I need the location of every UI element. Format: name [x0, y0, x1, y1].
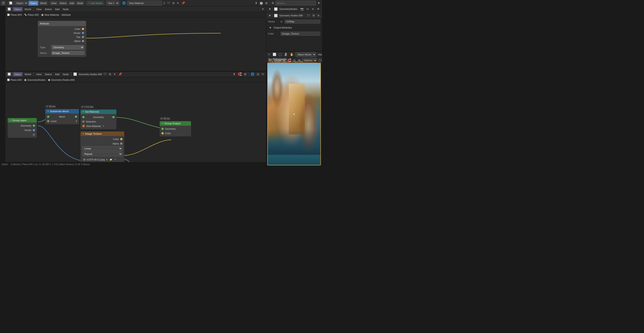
- color-socket[interactable]: [82, 28, 84, 30]
- setmat-sel-socket[interactable]: [82, 121, 84, 123]
- name-input[interactable]: [51, 51, 84, 55]
- setmat-geo-in[interactable]: [82, 116, 84, 118]
- mat-object-btn[interactable]: Object: [13, 7, 23, 12]
- img-folder-btn[interactable]: 📁: [109, 157, 113, 162]
- mat-select-btn[interactable]: Select: [44, 7, 53, 12]
- blender-menu-btn[interactable]: ☰: [1, 1, 6, 6]
- geo-close-panel[interactable]: ✕: [261, 72, 265, 77]
- vec-output-socket[interactable]: [33, 129, 35, 131]
- mat-shield-btn[interactable]: 🛡: [166, 1, 171, 6]
- geo-layout-btn[interactable]: ⊞: [243, 72, 247, 77]
- vp-options-select[interactable]: Options: [302, 58, 317, 63]
- material-node-canvas[interactable]: Attribute Color Vector Fac: [6, 18, 266, 71]
- geo-editor-icon[interactable]: ⬜: [6, 72, 12, 77]
- geo-bc-geonodes006[interactable]: Geometry Nodes.006: [51, 79, 75, 81]
- geo-output-socket[interactable]: [33, 125, 35, 127]
- img-interpolation-select[interactable]: Linear: [82, 146, 122, 151]
- mod-icon[interactable]: ⬜: [273, 7, 278, 12]
- bc-plane002[interactable]: Plane.002: [28, 14, 39, 16]
- vp-object-mode-select[interactable]: Object Mode: [295, 52, 316, 57]
- world-btn[interactable]: World: [39, 1, 48, 6]
- geo-bc-geonodes[interactable]: GeometryNodes: [27, 79, 45, 81]
- geo-node-btn[interactable]: Node: [62, 72, 70, 77]
- mod-expand[interactable]: ▼: [268, 7, 272, 12]
- add-btn[interactable]: Add: [68, 1, 76, 6]
- material-name-input[interactable]: [127, 1, 162, 6]
- mod-close[interactable]: ✕: [311, 7, 315, 12]
- geo-overlay-btn[interactable]: 🌐: [250, 72, 255, 77]
- geo-view-toggle[interactable]: ⊟: [256, 72, 260, 77]
- type-select[interactable]: Geometry: [51, 45, 84, 50]
- mat-close-panel[interactable]: ✕: [261, 7, 265, 12]
- up-arrow-btn[interactable]: ⬆: [254, 1, 258, 6]
- mat-copy-btn[interactable]: ⧉: [172, 1, 175, 6]
- output-attr-expand[interactable]: ▼: [268, 25, 273, 30]
- geo-up-btn[interactable]: ⬆: [232, 72, 236, 77]
- geo-pin-btn[interactable]: 📌: [118, 72, 123, 77]
- mat-close-btn[interactable]: ✕: [176, 1, 180, 6]
- geo-copy-btn[interactable]: ⧉: [108, 72, 112, 77]
- prefs-btn[interactable]: ⚙: [271, 1, 275, 6]
- img-extension-select[interactable]: Repeat: [82, 152, 122, 156]
- layout-btn[interactable]: ⊞: [264, 1, 269, 6]
- img-close-btn[interactable]: ✕: [114, 157, 117, 162]
- vp-lasso-sel[interactable]: 🗿: [283, 52, 288, 57]
- bc-new-mat[interactable]: New Material: [44, 14, 59, 16]
- fac-socket[interactable]: [82, 36, 84, 38]
- mat-view-btn[interactable]: View: [35, 7, 43, 12]
- mat-add-btn[interactable]: Add: [54, 7, 61, 12]
- vp-box-sel[interactable]: ⬜: [272, 52, 277, 57]
- mod-edit[interactable]: ✏: [306, 7, 310, 12]
- vp-grab[interactable]: ✋: [289, 52, 294, 57]
- setmat-geo-out[interactable]: [112, 116, 114, 118]
- vp-circle-sel[interactable]: ◯: [278, 52, 283, 57]
- mat-number-btn[interactable]: 2: [162, 1, 166, 6]
- geo-world-btn[interactable]: World: [23, 72, 32, 77]
- object-btn[interactable]: Object: [28, 1, 38, 6]
- mode-select[interactable]: Object: [14, 1, 28, 6]
- mesh-in-socket[interactable]: [47, 116, 49, 118]
- vp-view-btn[interactable]: View: [316, 52, 322, 57]
- section-divider[interactable]: [6, 71, 266, 72]
- geo-snap-btn[interactable]: 🧲: [237, 72, 242, 77]
- geometry-node-canvas[interactable]: ▼ Group Input Geometry Vector: [6, 83, 266, 162]
- mat-node-btn[interactable]: Node: [62, 7, 70, 12]
- gn-close[interactable]: ✕: [316, 13, 321, 18]
- expand-btn[interactable]: ▼: [316, 1, 321, 6]
- geo-add-btn[interactable]: Add: [54, 72, 61, 77]
- render-btn[interactable]: ⬤: [259, 1, 264, 6]
- mesh-out-socket[interactable]: [75, 116, 77, 118]
- select-btn[interactable]: Select: [58, 1, 68, 6]
- geo-shield-btn[interactable]: 🛡: [103, 72, 108, 77]
- mode-icon-btn[interactable]: ⬜: [8, 1, 14, 6]
- slot-select[interactable]: Slot 1: [106, 1, 119, 6]
- mod-camera[interactable]: 📷: [299, 7, 305, 12]
- vector-value-input[interactable]: [284, 20, 320, 24]
- go-geo-socket[interactable]: [162, 128, 164, 130]
- geo-close-btn[interactable]: ✕: [112, 72, 117, 77]
- 3d-viewport[interactable]: +: [267, 63, 321, 165]
- node-btn[interactable]: Node: [76, 1, 84, 6]
- mod-vis[interactable]: 👁: [316, 7, 321, 12]
- go-color-socket[interactable]: [162, 132, 164, 134]
- gn-expand[interactable]: ▼: [268, 13, 272, 18]
- img-color-socket[interactable]: [120, 138, 122, 140]
- gn-copy[interactable]: ⧉: [312, 13, 316, 18]
- geo-object-btn[interactable]: Object: [13, 72, 23, 77]
- geo-view-btn[interactable]: View: [35, 72, 43, 77]
- bc-plane004[interactable]: Plane.004: [10, 14, 22, 16]
- alpha-socket[interactable]: [82, 40, 84, 42]
- level-in-socket[interactable]: [47, 120, 49, 122]
- bc-attribute[interactable]: Attribute: [62, 14, 71, 16]
- view-btn[interactable]: View: [50, 1, 58, 6]
- vector-socket[interactable]: [82, 32, 84, 34]
- mat-world-btn[interactable]: World: [23, 7, 32, 12]
- color-value-input[interactable]: [280, 32, 320, 36]
- gn-shield[interactable]: 🛡: [306, 13, 311, 18]
- mat-editor-icon[interactable]: ⬜: [6, 7, 12, 12]
- vp-arrow-icon[interactable]: ↖: [267, 52, 271, 57]
- geo-modifier-icon[interactable]: ⬜: [72, 72, 78, 77]
- mat-pin-btn[interactable]: 📌: [180, 1, 186, 6]
- geo-select-btn[interactable]: Select: [44, 72, 53, 77]
- search-input[interactable]: [276, 1, 316, 6]
